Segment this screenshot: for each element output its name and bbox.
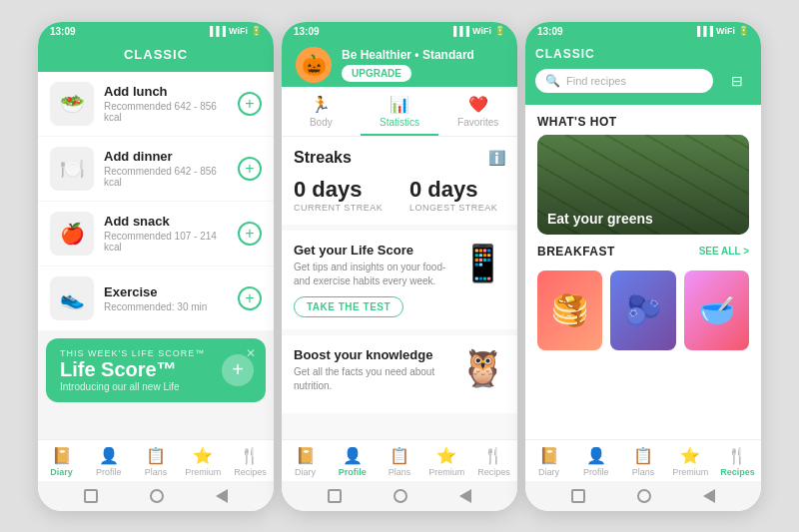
life-score-image: 📱 bbox=[460, 243, 505, 284]
body-tab-label: Body bbox=[310, 117, 333, 128]
see-all-link[interactable]: SEE ALL > bbox=[699, 246, 749, 257]
lunch-cal: Recommended 642 - 856 kcal bbox=[104, 101, 228, 123]
exercise-icon: 👟 bbox=[50, 276, 94, 320]
knowledge-card: Boost your knowledge Get all the facts y… bbox=[282, 335, 517, 413]
tab-statistics[interactable]: 📊 Statistics bbox=[361, 87, 439, 136]
longest-streak-label: LONGEST STREAK bbox=[409, 203, 505, 213]
recipes-icon: 🍴 bbox=[240, 446, 260, 465]
diary-bottom-nav: 📔 Diary 👤 Profile 📋 Plans ⭐ Premium 🍴 Re… bbox=[38, 439, 274, 481]
nav-recipes[interactable]: 🍴 Recipes bbox=[227, 446, 274, 477]
snack-name: Add snack bbox=[104, 214, 228, 229]
plans-nav-label-2: Plans bbox=[389, 467, 411, 477]
tab-favorites[interactable]: ❤️ Favorites bbox=[438, 87, 517, 136]
nav-diary-3[interactable]: 📔 Diary bbox=[525, 446, 572, 477]
signal-icon-3: ▐▐▐ bbox=[694, 26, 713, 36]
life-score-plus-button[interactable]: + bbox=[222, 354, 254, 386]
back-button-2 bbox=[459, 489, 471, 503]
square-button bbox=[84, 489, 98, 503]
search-icon: 🔍 bbox=[545, 74, 560, 88]
streaks-section: Streaks ℹ️ 0 days CURRENT STREAK 0 days … bbox=[282, 137, 517, 225]
profile-header: 🎃 Be Healthier • Standard UPGRADE bbox=[282, 41, 517, 87]
add-lunch-button[interactable]: + bbox=[238, 92, 262, 116]
profile-body: Streaks ℹ️ 0 days CURRENT STREAK 0 days … bbox=[282, 137, 517, 439]
add-dinner-button[interactable]: + bbox=[238, 157, 262, 181]
hardware-buttons-3 bbox=[525, 481, 761, 511]
profile-title-area: Be Healthier • Standard UPGRADE bbox=[332, 48, 503, 82]
nav-diary[interactable]: 📔 Diary bbox=[38, 446, 85, 477]
life-score-banner[interactable]: ✕ THIS WEEK'S LIFE SCORE™ Life Score™ In… bbox=[46, 338, 266, 402]
breakfast-image-3: 🥣 bbox=[684, 270, 749, 350]
dinner-name: Add dinner bbox=[104, 149, 228, 164]
info-icon[interactable]: ℹ️ bbox=[488, 150, 505, 166]
avatar: 🎃 bbox=[296, 47, 332, 83]
nav-plans[interactable]: 📋 Plans bbox=[132, 446, 179, 477]
knowledge-title: Boost your knowledge bbox=[294, 347, 450, 362]
diary-nav-label-2: Diary bbox=[295, 467, 316, 477]
exercise-info: Exercise Recommended: 30 min bbox=[104, 284, 228, 312]
profile-name: Be Healthier • Standard bbox=[342, 48, 503, 62]
plans-icon: 📋 bbox=[146, 446, 166, 465]
life-score-label: THIS WEEK'S LIFE SCORE™ bbox=[60, 348, 252, 358]
breakfast-section-header: BREAKFAST SEE ALL > bbox=[525, 235, 761, 265]
diary-icon-3: 📔 bbox=[539, 446, 559, 465]
statistics-tab-label: Statistics bbox=[380, 117, 419, 128]
breakfast-card-3[interactable]: 🥣 bbox=[684, 270, 749, 350]
premium-nav-label-2: Premium bbox=[428, 467, 464, 477]
nav-profile[interactable]: 👤 Profile bbox=[85, 446, 132, 477]
diary-body: 🥗 Add lunch Recommended 642 - 856 kcal +… bbox=[38, 72, 274, 439]
streaks-row: 0 days CURRENT STREAK 0 days LONGEST STR… bbox=[294, 177, 505, 213]
breakfast-label: BREAKFAST bbox=[537, 245, 615, 259]
add-snack-button[interactable]: + bbox=[238, 222, 262, 246]
nav-diary-2[interactable]: 📔 Diary bbox=[282, 446, 329, 477]
longest-streak-value: 0 days bbox=[409, 177, 505, 203]
lunch-info: Add lunch Recommended 642 - 856 kcal bbox=[104, 84, 228, 123]
signal-icon: ▐▐▐ bbox=[207, 26, 226, 36]
nav-premium-2[interactable]: ⭐ Premium bbox=[423, 446, 470, 477]
nav-profile-3[interactable]: 👤 Profile bbox=[572, 446, 619, 477]
breakfast-card-2[interactable]: 🫐 bbox=[610, 270, 675, 350]
home-button-3 bbox=[637, 489, 651, 503]
dinner-info: Add dinner Recommended 642 - 856 kcal bbox=[104, 149, 228, 188]
search-bar[interactable]: 🔍 Find recipes bbox=[535, 69, 713, 93]
snack-info: Add snack Recommended 107 - 214 kcal bbox=[104, 214, 228, 253]
wifi-icon-2: WiFi bbox=[472, 26, 491, 36]
plans-nav-label-3: Plans bbox=[632, 467, 655, 477]
recipes-title: CLASSIC bbox=[535, 47, 751, 61]
filter-button[interactable]: ⊟ bbox=[723, 67, 751, 95]
nav-profile-2[interactable]: 👤 Profile bbox=[329, 446, 376, 477]
premium-icon: ⭐ bbox=[193, 446, 213, 465]
tab-body[interactable]: 🏃 Body bbox=[282, 87, 361, 136]
hot-image[interactable]: Eat your greens bbox=[537, 135, 749, 235]
plans-nav-label: Plans bbox=[145, 467, 168, 477]
time-2: 13:09 bbox=[294, 26, 320, 37]
profile-icon-3: 👤 bbox=[586, 446, 606, 465]
profile-nav-label-2: Profile bbox=[339, 467, 367, 477]
nav-premium[interactable]: ⭐ Premium bbox=[180, 446, 227, 477]
nav-plans-2[interactable]: 📋 Plans bbox=[376, 446, 422, 477]
nav-plans-3[interactable]: 📋 Plans bbox=[619, 446, 666, 477]
favorites-tab-label: Favorites bbox=[457, 117, 498, 128]
upgrade-button[interactable]: UPGRADE bbox=[342, 65, 411, 82]
profile-icon-2: 👤 bbox=[343, 446, 363, 465]
body-tab-icon: 🏃 bbox=[311, 95, 331, 114]
breakfast-image-2: 🫐 bbox=[610, 270, 675, 350]
favorites-tab-icon: ❤️ bbox=[468, 95, 488, 114]
hardware-buttons-2 bbox=[282, 481, 517, 511]
search-input[interactable]: Find recipes bbox=[566, 75, 703, 87]
home-button bbox=[150, 489, 164, 503]
knowledge-image: 🦉 bbox=[460, 347, 505, 389]
exercise-item: 👟 Exercise Recommended: 30 min + bbox=[38, 266, 274, 330]
profile-nav-label: Profile bbox=[96, 467, 122, 477]
nav-recipes-3[interactable]: 🍴 Recipes bbox=[714, 446, 761, 477]
status-icons-1: ▐▐▐ WiFi 🔋 bbox=[207, 26, 262, 36]
wifi-icon-3: WiFi bbox=[716, 26, 735, 36]
nav-premium-3[interactable]: ⭐ Premium bbox=[667, 446, 714, 477]
take-test-button[interactable]: TAKE THE TEST bbox=[294, 296, 403, 317]
add-exercise-button[interactable]: + bbox=[238, 286, 262, 310]
premium-nav-label-3: Premium bbox=[672, 467, 708, 477]
back-button bbox=[216, 489, 228, 503]
premium-icon-3: ⭐ bbox=[680, 446, 700, 465]
nav-recipes-2[interactable]: 🍴 Recipes bbox=[470, 446, 517, 477]
recipes-icon-2: 🍴 bbox=[483, 446, 503, 465]
breakfast-card-1[interactable]: 🥞 bbox=[537, 270, 602, 350]
